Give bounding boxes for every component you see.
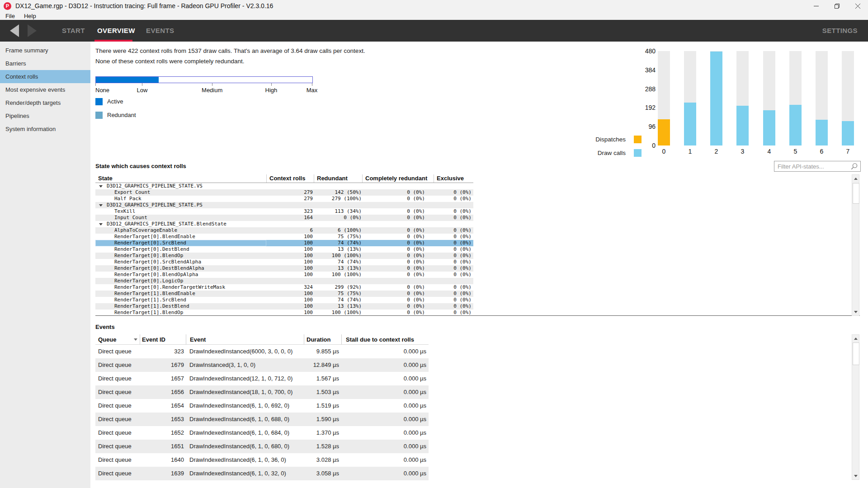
state-row[interactable]: RenderTarget[1].DestBlend10013 (13%)0 (0… bbox=[95, 303, 473, 310]
x-axis-label: 2 bbox=[710, 148, 722, 155]
state-cell-exclusive: 0 (0%) bbox=[434, 196, 473, 202]
state-row[interactable]: RenderTarget[0].SrcBlendAlpha10074 (74%)… bbox=[95, 259, 473, 265]
state-table-scrollbar[interactable] bbox=[852, 174, 859, 316]
collapse-arrow-icon[interactable] bbox=[99, 204, 103, 206]
slider-tick bbox=[212, 83, 212, 86]
tab-overview[interactable]: OVERVIEW bbox=[97, 27, 135, 34]
summary-line-1: There were 422 context rolls from 1537 d… bbox=[95, 47, 365, 54]
redundancy-slider[interactable] bbox=[95, 76, 313, 83]
state-row[interactable]: RenderTarget[0].BlendEnable10075 (75%)0 … bbox=[95, 234, 473, 240]
back-arrow-icon[interactable] bbox=[10, 24, 19, 37]
state-cell-redundant: 100 (100%) bbox=[314, 272, 362, 278]
events-row[interactable]: Direct queue1656DrawIndexedInstanced(18,… bbox=[95, 385, 429, 399]
state-table-bottom-border bbox=[95, 315, 860, 316]
minimize-button[interactable] bbox=[806, 0, 826, 12]
events-col-stall[interactable]: Stall due to context rolls bbox=[341, 334, 429, 344]
events-row[interactable]: Direct queue1639DrawIndexedInstanced(6, … bbox=[95, 467, 429, 480]
legend-swatch-redundant bbox=[95, 112, 103, 119]
tab-settings[interactable]: SETTINGS bbox=[822, 27, 858, 34]
event-cell-duration: 3.058 µs bbox=[304, 467, 341, 480]
events-row[interactable]: Direct queue1640DrawIndexedInstanced(6, … bbox=[95, 453, 429, 467]
context-rolls-chart: 09619228838448001234567DispatchesDraw ca… bbox=[579, 45, 863, 160]
events-row[interactable]: Direct queue1651DrawIndexedInstanced(6, … bbox=[95, 440, 429, 453]
state-col-completely-redundant[interactable]: Completely redundant bbox=[362, 174, 434, 183]
state-cell-completely-redundant: 0 (0%) bbox=[362, 227, 434, 234]
events-row[interactable]: Direct queue1679DrawInstanced(3, 1, 0, 0… bbox=[95, 358, 429, 372]
event-cell-queue: Direct queue bbox=[95, 399, 140, 413]
events-col-event-id[interactable]: Event ID bbox=[140, 334, 186, 344]
state-row[interactable]: RenderTarget[0].SrcBlend10074 (74%)0 (0%… bbox=[95, 240, 473, 246]
events-row[interactable]: Direct queue323DrawIndexedInstanced(6000… bbox=[95, 345, 429, 358]
events-row[interactable]: Direct queue1652DrawIndexedInstanced(6, … bbox=[95, 426, 429, 440]
state-row[interactable]: RenderTarget[1].SrcBlend10074 (74%)0 (0%… bbox=[95, 297, 473, 303]
filter-input[interactable] bbox=[774, 163, 850, 170]
state-row[interactable]: D3D12_GRAPHICS_PIPELINE_STATE.BlendState bbox=[95, 221, 473, 227]
events-col-queue[interactable]: Queue bbox=[95, 334, 140, 344]
forward-arrow-icon[interactable] bbox=[28, 24, 37, 37]
scroll-down-icon[interactable] bbox=[852, 308, 859, 315]
state-name-text: RenderTarget[1].BlendOp bbox=[114, 310, 183, 316]
menu-file[interactable]: File bbox=[1, 13, 19, 19]
restore-button[interactable] bbox=[826, 0, 847, 12]
state-row[interactable]: AlphaToCoverageEnable66 (100%)0 (0%)0 (0… bbox=[95, 227, 473, 234]
state-name-text: TexKill bbox=[114, 208, 135, 215]
state-row[interactable]: RenderTarget[0].BlendOpAlpha100100 (100%… bbox=[95, 272, 473, 278]
state-cell-context-rolls bbox=[266, 221, 314, 227]
sidebar-item-context-rolls[interactable]: Context rolls bbox=[0, 70, 90, 83]
events-col-event[interactable]: Event bbox=[186, 334, 304, 344]
state-cell-completely-redundant: 0 (0%) bbox=[362, 253, 434, 259]
state-row[interactable]: RenderTarget[1].BlendOp100100 (100%)0 (0… bbox=[95, 310, 473, 316]
sidebar-item-frame-summary[interactable]: Frame summary bbox=[0, 44, 90, 57]
state-row[interactable]: D3D12_GRAPHICS_PIPELINE_STATE.VS bbox=[95, 183, 473, 189]
legend-active: Active bbox=[95, 98, 123, 105]
scrollbar-thumb[interactable] bbox=[853, 343, 859, 365]
sidebar-item-pipelines[interactable]: Pipelines bbox=[0, 109, 90, 122]
sidebar-item-most-expensive-events[interactable]: Most expensive events bbox=[0, 83, 90, 96]
close-button[interactable] bbox=[847, 0, 868, 12]
state-row[interactable]: D3D12_GRAPHICS_PIPELINE_STATE.PS bbox=[95, 202, 473, 208]
events-table-scrollbar[interactable] bbox=[852, 334, 859, 480]
state-col-state[interactable]: State bbox=[95, 174, 266, 183]
scroll-up-icon[interactable] bbox=[852, 175, 859, 182]
state-row[interactable]: Half Pack279279 (100%)0 (0%)0 (0%) bbox=[95, 196, 473, 202]
events-row[interactable]: Direct queue1657DrawIndexedInstanced(12,… bbox=[95, 372, 429, 385]
state-col-context-rolls[interactable]: Context rolls bbox=[266, 174, 314, 183]
collapse-arrow-icon[interactable] bbox=[99, 185, 103, 188]
scroll-up-icon[interactable] bbox=[852, 335, 859, 342]
events-col-duration[interactable]: Duration bbox=[304, 334, 341, 344]
scroll-down-icon[interactable] bbox=[852, 472, 859, 479]
state-cell-name: TexKill bbox=[95, 208, 266, 215]
state-row[interactable]: RenderTarget[1].BlendEnable10075 (75%)0 … bbox=[95, 291, 473, 297]
event-cell-event-id: 1651 bbox=[140, 440, 186, 453]
state-row[interactable]: RenderTarget[0].DestBlendAlpha10013 (13%… bbox=[95, 265, 473, 272]
state-cell-redundant bbox=[314, 278, 362, 284]
scrollbar-thumb[interactable] bbox=[853, 183, 859, 204]
state-cell-exclusive: 0 (0%) bbox=[434, 265, 473, 272]
tab-events[interactable]: EVENTS bbox=[146, 27, 174, 34]
events-row[interactable]: Direct queue1653DrawIndexedInstanced(6, … bbox=[95, 413, 429, 426]
chart-bar-draw-calls bbox=[736, 106, 749, 145]
y-axis-label: 288 bbox=[624, 85, 656, 93]
y-axis-label: 192 bbox=[624, 104, 656, 111]
state-cell-redundant: 13 (13%) bbox=[314, 246, 362, 253]
slider-label-max: Max bbox=[307, 87, 318, 94]
sidebar-item-render-depth-targets[interactable]: Render/depth targets bbox=[0, 96, 90, 109]
chart-legend-label: Dispatches bbox=[579, 136, 626, 143]
state-cell-context-rolls: 100 bbox=[266, 297, 314, 303]
state-row[interactable]: RenderTarget[0].RenderTargetWriteMask324… bbox=[95, 284, 473, 291]
state-row[interactable]: RenderTarget[0].BlendOp100100 (100%)0 (0… bbox=[95, 253, 473, 259]
state-row[interactable]: Input Count1640 (0%)0 (0%)0 (0%) bbox=[95, 215, 473, 221]
state-col-exclusive[interactable]: Exclusive bbox=[434, 174, 473, 183]
state-row[interactable]: Export Count279142 (50%)0 (0%)0 (0%) bbox=[95, 189, 473, 196]
state-row[interactable]: TexKill323113 (34%)0 (0%)0 (0%) bbox=[95, 208, 473, 215]
state-row[interactable]: RenderTarget[0].DestBlend10013 (13%)0 (0… bbox=[95, 246, 473, 253]
state-row[interactable]: RenderTarget[0].LogicOp bbox=[95, 278, 473, 284]
menu-help[interactable]: Help bbox=[19, 13, 41, 19]
tab-start[interactable]: START bbox=[62, 27, 85, 34]
events-row[interactable]: Direct queue1654DrawIndexedInstanced(6, … bbox=[95, 399, 429, 413]
sidebar-item-barriers[interactable]: Barriers bbox=[0, 57, 90, 70]
collapse-arrow-icon[interactable] bbox=[99, 223, 103, 225]
sidebar-item-system-information[interactable]: System information bbox=[0, 122, 90, 136]
state-col-redundant[interactable]: Redundant bbox=[314, 174, 362, 183]
chart-legend-label: Draw calls bbox=[579, 150, 626, 156]
